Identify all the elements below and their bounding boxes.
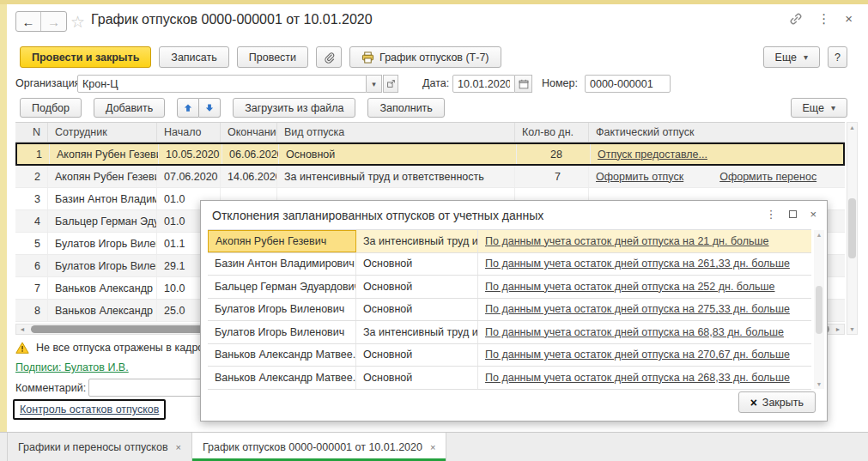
table-toolbar: Подбор Добавить Загрузить из файла Запол… bbox=[20, 98, 445, 118]
back-button[interactable]: ← bbox=[16, 12, 41, 31]
deviation-message-link[interactable]: По данным учета остаток дней отпуска на … bbox=[485, 235, 769, 247]
date-field[interactable] bbox=[452, 75, 515, 93]
tab-close-icon[interactable]: × bbox=[430, 442, 435, 452]
deviation-row[interactable]: Акопян Рубен Гезевич За интенсивный труд… bbox=[208, 230, 811, 253]
deviation-row[interactable]: Ваньков Александр Матвее... Основной По … bbox=[208, 367, 811, 390]
window-menu-icon[interactable]: ⋮ bbox=[817, 10, 830, 27]
dialog-title: Отклонения запланированных отпусков от у… bbox=[212, 209, 543, 222]
header-employee: Сотрудник bbox=[48, 123, 157, 142]
dialog-menu-icon[interactable]: ⋮ bbox=[765, 208, 776, 221]
deviation-message-link[interactable]: По данным учета остаток дней отпуска на … bbox=[485, 326, 784, 338]
dialog-scrollbar-thumb[interactable] bbox=[816, 286, 822, 334]
print-t7-button[interactable]: График отпусков (Т-7) bbox=[349, 46, 501, 68]
header-end: Окончание bbox=[221, 123, 277, 142]
table-row[interactable]: 2Акопян Рубен Гезевич 07.06.202014.06.20… bbox=[15, 166, 845, 188]
tab-vacation-schedules-list[interactable]: Графики и переносы отпусков × bbox=[7, 433, 192, 461]
post-and-close-button[interactable]: Провести и закрыть bbox=[20, 46, 151, 68]
tab-close-icon[interactable]: × bbox=[176, 442, 181, 452]
more-button-top[interactable]: Еще▾ bbox=[763, 46, 820, 68]
deviation-message-link[interactable]: По данным учета остаток дней отпуска на … bbox=[485, 281, 775, 293]
print-t7-label: График отпусков (Т-7) bbox=[379, 52, 489, 64]
header-days: Кол-во дн. bbox=[515, 123, 589, 142]
header-actual: Фактический отпуск bbox=[589, 123, 845, 142]
move-up-button[interactable] bbox=[177, 98, 199, 118]
chevron-down-icon: ▾ bbox=[831, 103, 835, 112]
favorite-star-icon[interactable]: ☆ bbox=[70, 12, 85, 32]
number-label: Номер: bbox=[542, 77, 578, 89]
scroll-up-icon[interactable]: ▲ bbox=[849, 124, 855, 130]
deviation-message-link[interactable]: По данным учета остаток дней отпуска на … bbox=[485, 349, 790, 361]
date-calendar-button[interactable] bbox=[515, 75, 532, 93]
load-from-file-button[interactable]: Загрузить из файла bbox=[233, 98, 355, 118]
attachments-button[interactable] bbox=[316, 46, 342, 68]
deviation-message-link[interactable]: По данным учета остаток дней отпуска на … bbox=[485, 303, 790, 315]
command-bar: Провести и закрыть Записать Провести Гра… bbox=[20, 46, 501, 68]
more-button-table[interactable]: Еще▾ bbox=[791, 98, 847, 118]
arrow-up-icon bbox=[183, 102, 193, 113]
header-start: Начало bbox=[157, 123, 221, 142]
dialog-controls: ⋮ × bbox=[765, 208, 816, 221]
deviation-row[interactable]: Булатов Игорь Виленович За интенсивный т… bbox=[208, 321, 811, 344]
vacation-granted-link[interactable]: Отпуск предоставле... bbox=[598, 149, 707, 161]
comment-label: Комментарий: bbox=[15, 382, 86, 394]
make-vacation-link[interactable]: Оформить отпуск bbox=[596, 171, 683, 183]
header-vacation-type: Вид отпуска bbox=[277, 123, 515, 142]
command-bar-right: Еще▾ ? bbox=[763, 46, 847, 68]
add-button[interactable]: Добавить bbox=[94, 98, 165, 118]
vertical-scrollbar[interactable]: ▲ ▼ bbox=[847, 122, 858, 335]
printer-icon bbox=[361, 52, 374, 64]
dialog-close-icon[interactable]: × bbox=[810, 208, 816, 221]
pick-button[interactable]: Подбор bbox=[20, 98, 82, 118]
move-down-button[interactable] bbox=[199, 98, 221, 118]
help-button[interactable]: ? bbox=[828, 46, 847, 68]
calendar-icon bbox=[519, 79, 529, 89]
deviation-row[interactable]: Бальцер Герман Эдуардович Основной По да… bbox=[208, 276, 811, 299]
scroll-up-icon[interactable]: ▲ bbox=[816, 232, 822, 238]
scroll-down-icon[interactable]: ▼ bbox=[816, 381, 822, 387]
arrow-down-icon bbox=[204, 102, 215, 113]
signatures-link[interactable]: Подписи: Булатов И.В. bbox=[15, 361, 129, 373]
table-toolbar-right: Еще▾ bbox=[791, 98, 847, 118]
close-x-icon: × bbox=[750, 396, 757, 409]
number-field[interactable] bbox=[585, 75, 671, 93]
get-link-icon[interactable] bbox=[789, 12, 803, 26]
forward-button[interactable]: → bbox=[41, 12, 66, 31]
scroll-left-icon[interactable]: ◄ bbox=[16, 326, 28, 332]
deviation-message-link[interactable]: По данным учета остаток дней отпуска на … bbox=[485, 372, 790, 384]
deviation-message-link[interactable]: По данным учета остаток дней отпуска на … bbox=[485, 258, 790, 270]
deviation-row[interactable]: Базин Антон Владимирович Основной По дан… bbox=[208, 253, 811, 276]
vertical-scrollbar-thumb[interactable] bbox=[848, 198, 856, 258]
fill-button[interactable]: Заполнить bbox=[367, 98, 444, 118]
deviation-row[interactable]: Булатов Игорь Виленович Основной По данн… bbox=[208, 299, 811, 322]
tab-vacation-schedule-document[interactable]: График отпусков 0000-000001 от 10.01.202… bbox=[192, 433, 446, 461]
organization-open-button[interactable] bbox=[383, 75, 398, 93]
page-title: График отпусков 0000-000001 от 10.01.202… bbox=[91, 12, 373, 27]
save-button[interactable]: Записать bbox=[159, 46, 228, 68]
dialog-maximize-icon[interactable] bbox=[789, 210, 797, 218]
date-label: Дата: bbox=[422, 77, 449, 89]
window-close-icon[interactable]: × bbox=[845, 10, 853, 27]
dialog-close-button[interactable]: × Закрыть bbox=[738, 391, 816, 413]
vacation-balance-control-link[interactable]: Контроль остатков отпусков bbox=[20, 403, 159, 416]
deviations-list: Акопян Рубен Гезевич За интенсивный труд… bbox=[208, 229, 811, 390]
chevron-down-icon: ▾ bbox=[804, 52, 808, 62]
table-header: N Сотрудник Начало Окончание Вид отпуска… bbox=[15, 122, 845, 143]
deviation-row[interactable]: Ваньков Александр Матвее... Основной По … bbox=[208, 344, 811, 367]
bottom-tab-bar: Графики и переносы отпусков × График отп… bbox=[0, 432, 868, 461]
make-transfer-link[interactable]: Оформить перенос bbox=[719, 171, 816, 183]
dialog-scrollbar[interactable]: ▲ ▼ bbox=[814, 230, 824, 389]
warning-message: Не все отпуска отражены в кадро bbox=[15, 342, 203, 354]
scroll-right-icon[interactable]: ► bbox=[832, 326, 844, 332]
deviations-dialog: Отклонения запланированных отпусков от у… bbox=[200, 200, 828, 422]
organization-field[interactable] bbox=[77, 75, 367, 93]
post-button[interactable]: Провести bbox=[237, 46, 308, 68]
warning-icon bbox=[15, 342, 29, 354]
scroll-down-icon[interactable]: ▼ bbox=[849, 326, 855, 332]
control-link-focus-box: Контроль остатков отпусков bbox=[13, 399, 166, 420]
table-row[interactable]: 1Акопян Рубен Гезевич 10.05.202006.06.20… bbox=[15, 143, 845, 166]
window-top-strip bbox=[0, 0, 868, 4]
organization-dropdown-button[interactable]: ▾ bbox=[367, 75, 382, 93]
nav-history-group: ← → bbox=[15, 11, 67, 32]
move-buttons-group bbox=[177, 98, 221, 118]
header-n: N bbox=[15, 123, 48, 142]
